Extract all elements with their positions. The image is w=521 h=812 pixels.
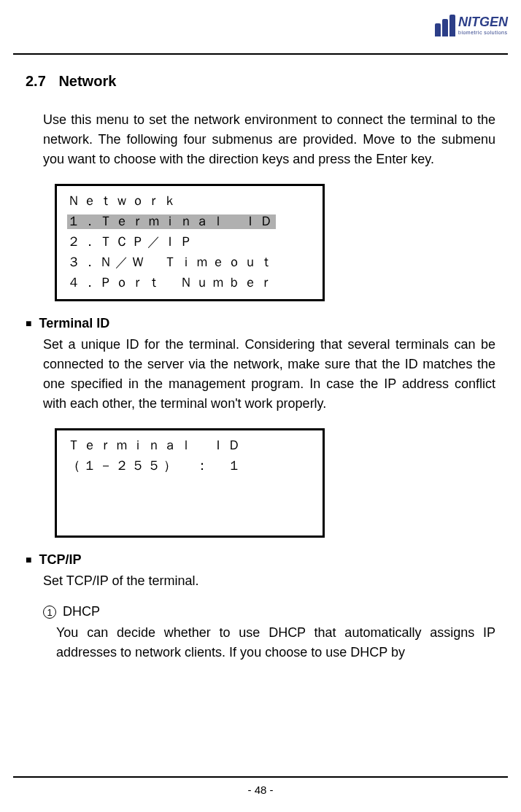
- menu-item-1: １．Ｔｅｒｍｉｎａｌ ＩＤ: [67, 212, 312, 233]
- page-footer: - 48 -: [13, 776, 508, 796]
- dhcp-title-row: 1 DHCP: [43, 604, 495, 619]
- square-bullet-icon: ■: [26, 317, 31, 329]
- menu-item-selected: １．Ｔｅｒｍｉｎａｌ ＩＤ: [67, 214, 276, 229]
- terminal-id-body-wrap: Set a unique ID for the terminal. Consid…: [43, 335, 495, 414]
- tcpip-body: Set TCP/IP of the terminal.: [43, 571, 495, 591]
- dhcp-body-wrap: You can decide whether to use DHCP that …: [56, 623, 495, 662]
- intro-paragraph: Use this menu to set the network environ…: [43, 110, 495, 169]
- section-number: 2.7: [26, 73, 46, 90]
- page-number: - 48 -: [247, 784, 273, 796]
- logo-sub-text: biometric solutions: [458, 30, 508, 35]
- page-header: NITGEN biometric solutions: [13, 11, 508, 55]
- terminal-id-heading: ■ Terminal ID: [26, 316, 495, 331]
- terminal-id-title: Terminal ID: [39, 316, 109, 330]
- menu-title-row: Ｎｅｔｗｏｒｋ: [67, 192, 312, 212]
- dhcp-body: You can decide whether to use DHCP that …: [56, 623, 495, 662]
- page-content: 2.7 Network Use this menu to set the net…: [0, 55, 521, 662]
- tcpip-heading: ■ TCP/IP: [26, 552, 495, 568]
- section-name: Network: [58, 73, 116, 89]
- menu-item-4: ４．Ｐｏｒｔ Ｎｕｍｂｅｒ: [67, 274, 312, 294]
- menu-item-3: ３．Ｎ／Ｗ Ｔｉｍｅｏｕｔ: [67, 253, 312, 274]
- terminal-display-line2: （１－２５５） ： １: [67, 457, 312, 477]
- square-bullet-icon: ■: [26, 554, 31, 565]
- tcpip-title: TCP/IP: [39, 552, 81, 567]
- dhcp-block: 1 DHCP You can decide whether to use DHC…: [43, 604, 495, 662]
- network-menu-display: Ｎｅｔｗｏｒｋ １．Ｔｅｒｍｉｎａｌ ＩＤ ２．ＴＣＰ／ＩＰ ３．Ｎ／Ｗ Ｔｉｍ…: [55, 184, 325, 301]
- logo-main-text: NITGEN: [458, 15, 508, 30]
- circled-number-icon: 1: [43, 606, 56, 619]
- dhcp-title: DHCP: [63, 604, 100, 619]
- logo-text: NITGEN biometric solutions: [458, 15, 508, 35]
- section-body: Use this menu to set the network environ…: [43, 110, 495, 169]
- terminal-id-body: Set a unique ID for the terminal. Consid…: [43, 335, 495, 414]
- logo-bars-icon: [435, 15, 455, 36]
- terminal-id-display: Ｔｅｒｍｉｎａｌ ＩＤ （１－２５５） ： １: [55, 428, 325, 538]
- menu-item-2: ２．ＴＣＰ／ＩＰ: [67, 233, 312, 253]
- brand-logo: NITGEN biometric solutions: [435, 15, 508, 36]
- section-title: 2.7 Network: [26, 73, 495, 90]
- terminal-display-line1: Ｔｅｒｍｉｎａｌ ＩＤ: [67, 436, 312, 457]
- tcpip-body-wrap: Set TCP/IP of the terminal. 1 DHCP You c…: [43, 571, 495, 662]
